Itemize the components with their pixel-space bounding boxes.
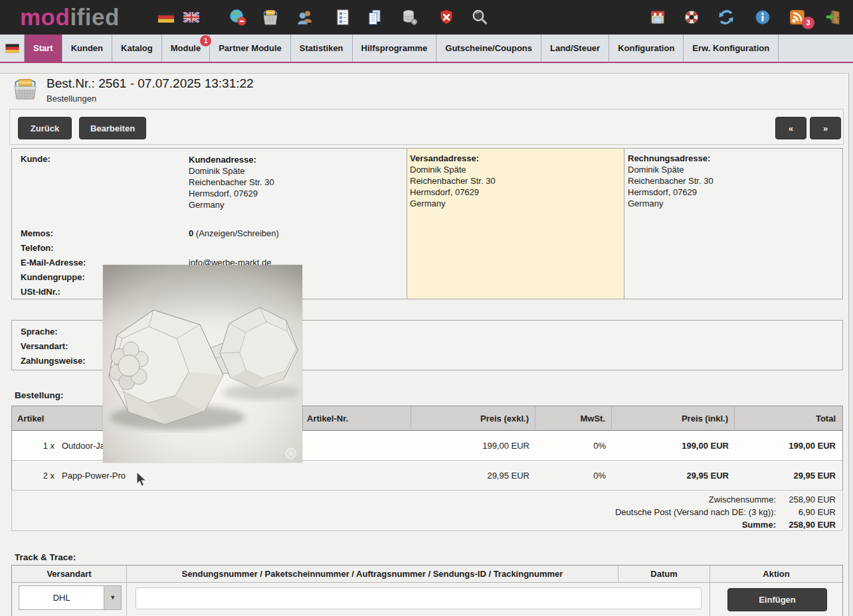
subtotal-value: 258,90 EUR [776,493,836,506]
previous-order-button[interactable]: « [775,117,806,139]
ustid-label: USt-IdNr.: [21,287,60,297]
back-button[interactable]: Zurück [18,117,72,139]
order-section-heading: Bestellung: [15,390,64,400]
billing-address-line: Hermsdorf, 07629 [628,187,697,198]
shipping-row: Deutsche Post (Versand nach DE: (3 kg)):… [12,506,836,518]
carrier-select-value: DHL [19,586,104,609]
tab-start[interactable]: Start [24,35,62,62]
memos-value: 0 (Anzeigen/Schreiben) [189,228,279,238]
logo-ified: ified [70,4,119,30]
item-name[interactable]: Papp-Power-Pro [62,471,126,481]
item-qty: 1 x [17,441,54,451]
memos-count: 0 [189,228,193,238]
tab-land-steuer[interactable]: Land/Steuer [541,35,609,62]
top-toolbar: modified [0,0,853,35]
product-preview-image [103,265,302,463]
shipping-address-line: Reichenbacher Str. 30 [410,175,496,187]
zahlungsweise-label: Zahlungsweise: [21,356,86,366]
breadcrumb: Bestellungen [47,94,96,104]
notes-icon[interactable] [366,9,383,26]
billing-address-line: Germany [628,198,663,209]
col-artikel-nr: Artikel-Nr. [303,406,411,431]
customer-address-heading: Kundenadresse: [189,154,256,165]
item-qty: 2 x [17,471,54,481]
total-label: Summe: [742,518,776,531]
tab-gutscheine-coupons[interactable]: Gutscheine/Coupons [436,35,541,62]
order-detail-page: modified [0,0,853,616]
nav-language-flag-icon[interactable] [5,44,19,53]
insert-tracking-button[interactable]: Einfügen [727,588,827,611]
item-mwst: 0% [535,441,612,451]
order-basket-icon [12,78,39,102]
item-preis-exkl: 199,00 EUR [411,441,535,451]
customer-address-line: Germany [189,199,224,210]
customers-icon[interactable] [296,9,314,26]
memos-links[interactable]: (Anzeigen/Schreiben) [196,228,279,238]
billing-address-heading: Rechnungsadresse: [628,153,710,164]
sprache-label: Sprache: [21,327,58,337]
track-table-header: Versandart Sendungsnummer / Paketscheinn… [12,566,842,583]
track-trace-table: Versandart Sendungsnummer / Paketscheinn… [11,565,843,616]
next-order-button[interactable]: » [810,117,841,139]
total-row: Summe:258,90 EUR [12,518,836,531]
search-icon[interactable] [471,9,488,26]
telefon-label: Telefon: [21,243,54,253]
shipping-address-line: Germany [410,198,445,209]
shipping-address-line: Dominik Späte [410,164,466,175]
logout-door-icon[interactable] [825,9,842,26]
shop-icon[interactable] [649,9,666,26]
order-totals: Zwischensumme:258,90 EUR Deutsche Post (… [11,490,843,531]
tab-hilfsprogramme[interactable]: Hilfsprogramme [353,35,437,62]
orders-basket-icon[interactable] [262,9,279,26]
customer-address-line: Hermsdorf, 07629 [189,188,258,199]
total-value: 258,90 EUR [776,518,836,531]
order-item-row: 2 xPapp-Power-Pro 29,95 EUR 0% 29,95 EUR… [12,460,842,490]
shipping-label: Deutsche Post (Versand nach DE: (3 kg)): [615,506,776,518]
kunde-label: Kunde: [21,154,50,164]
tab-erw-konfiguration[interactable]: Erw. Konfiguration [684,35,779,62]
col-mwst: MwSt. [535,406,612,431]
globe-remove-icon[interactable] [229,9,246,26]
sync-icon[interactable] [717,9,735,26]
edit-button[interactable]: Bearbeiten [79,117,146,139]
security-shield-icon[interactable] [438,9,455,26]
help-lifesaver-icon[interactable] [683,9,700,26]
kundengruppe-label: Kundengruppe: [21,272,85,282]
track-trace-heading: Track & Trace: [15,552,76,562]
col-preis-inkl: Preis (inkl.) [612,406,735,431]
info-icon[interactable] [754,9,771,26]
col-trackingnummer: Sendungsnummer / Paketscheinnummer / Auf… [127,566,618,583]
invoice-list-icon[interactable] [334,9,351,26]
col-versandart: Versandart [12,566,127,583]
tab-kunden[interactable]: Kunden [62,35,112,62]
item-preis-inkl: 199,00 EUR [612,441,735,451]
shipping-address-heading: Versandadresse: [410,153,479,164]
col-preis-exkl: Preis (exkl.) [411,406,535,431]
tab-module[interactable]: Module 1 [162,35,211,62]
item-preis-inkl: 29,95 EUR [612,471,735,481]
item-total: 29,95 EUR [735,471,842,481]
app-logo[interactable]: modified [20,3,120,31]
tab-katalog[interactable]: Katalog [112,35,162,62]
track-entry-row: DHL ▼ Einfügen [12,583,842,616]
uk-flag-icon[interactable] [183,12,199,23]
tab-module-label: Module [171,43,201,53]
nav-tabs: Start Kunden Katalog Module 1 Partner Mo… [24,35,779,62]
logo-mod: mod [20,4,70,30]
main-nav: Start Kunden Katalog Module 1 Partner Mo… [0,35,853,63]
carrier-select[interactable]: DHL ▼ [19,585,122,610]
col-aktion: Aktion [710,566,842,583]
tab-partner-module[interactable]: Partner Module [210,35,291,62]
customer-address-line: Reichenbacher Str. 30 [189,177,274,188]
col-total: Total [735,406,842,431]
tracking-number-input[interactable] [136,587,702,609]
german-flag-icon[interactable] [158,12,174,23]
memos-label: Memos: [21,228,53,238]
tab-statistiken[interactable]: Statistiken [291,35,353,62]
billing-address-line: Dominik Späte [628,164,684,175]
rss-count-badge: 3 [802,17,814,29]
item-total: 199,00 EUR [735,441,842,451]
database-gear-icon[interactable] [401,9,419,26]
tab-konfiguration[interactable]: Konfiguration [609,35,684,62]
versandart-label: Versandart: [21,341,68,351]
